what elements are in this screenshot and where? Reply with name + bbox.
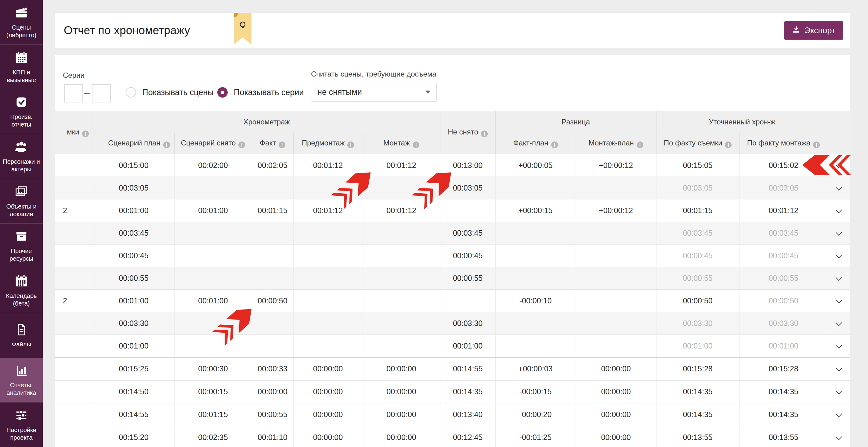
sidebar-item-3[interactable]: Персонажи и актеры (0, 134, 43, 179)
series-range-dash: – (84, 87, 90, 98)
col-header-by-shoot-label: По факту съемки (664, 139, 722, 147)
expand-chevron-icon[interactable] (836, 252, 842, 258)
expand-chevron-icon[interactable] (836, 319, 842, 326)
info-icon[interactable]: i (347, 141, 354, 148)
sidebar-item-1[interactable]: КПП и вызывные (0, 44, 43, 89)
radio-show-series[interactable]: Показывать серии (217, 87, 304, 98)
sidebar-item-5[interactable]: Прочие ресурсы (0, 224, 43, 268)
timing-cell: +00:00:15 (495, 199, 576, 222)
timing-cell: 00:00:55 (739, 267, 828, 290)
expand-chevron-icon[interactable] (836, 297, 842, 303)
expand-chevron-icon[interactable] (836, 207, 842, 213)
export-button[interactable]: Экспорт (784, 21, 843, 40)
timing-cell: +00:00:12 (576, 154, 656, 177)
sidebar-item-9[interactable]: Настройки проекта (0, 402, 43, 447)
timing-cell: +00:00:05 (495, 154, 576, 177)
info-icon[interactable]: i (551, 141, 558, 148)
radio-selected-icon[interactable] (217, 87, 228, 98)
info-icon[interactable]: i (813, 141, 820, 148)
expand-chevron-icon[interactable] (836, 342, 842, 348)
series-from-input[interactable] (64, 84, 83, 102)
timing-cell: 00:01:12 (293, 154, 363, 177)
info-icon[interactable]: i (279, 141, 285, 148)
file-icon (14, 322, 28, 337)
sidebar-item-7[interactable]: Файлы (0, 313, 43, 358)
info-icon[interactable]: i (163, 141, 170, 148)
timing-cell: 00:00:00 (576, 380, 656, 403)
radio-circle-icon[interactable] (126, 87, 136, 98)
timing-cell: 00:00:00 (363, 426, 440, 447)
sidebar-item-label: Персонажи и актеры (1, 158, 42, 173)
sidebar-item-label: Файлы (11, 341, 31, 348)
sidebar-item-0[interactable]: Сцены (либретто) (0, 0, 43, 44)
expand-chevron-icon[interactable] (836, 162, 842, 168)
timing-cell: 00:15:28 (656, 357, 739, 380)
sidebar-item-6[interactable]: Календарь (бета) (0, 268, 43, 313)
timing-cell (363, 312, 440, 335)
radio-show-scenes[interactable]: Показывать сцены (126, 87, 214, 98)
timing-cell: 00:00:00 (363, 403, 440, 426)
timing-cell (174, 245, 252, 267)
info-icon[interactable]: i (481, 131, 488, 137)
info-icon[interactable]: i (238, 141, 245, 148)
page: Сцены (либретто)КПП и вызывныеПроизв. от… (0, 0, 868, 447)
info-icon[interactable]: i (82, 131, 89, 137)
info-icon[interactable]: i (637, 141, 643, 148)
timing-cell (293, 335, 363, 358)
timing-cell: 00:01:12 (363, 199, 440, 222)
timing-cell: 00:00:45 (656, 245, 739, 267)
shooting-days-cell (55, 154, 93, 177)
expand-chevron-icon[interactable] (836, 388, 842, 394)
timing-cell (495, 335, 576, 358)
timing-cell: 00:00:00 (576, 403, 656, 426)
sidebar-item-label: Прочие ресурсы (1, 247, 42, 263)
timing-cell (174, 267, 252, 290)
hint-bookmark[interactable] (234, 13, 251, 44)
info-icon[interactable]: i (413, 141, 420, 148)
col-header-shooting-days: мкиi (55, 111, 93, 154)
expand-chevron-icon[interactable] (836, 411, 842, 417)
timing-cell (363, 335, 440, 358)
table-row: 200:01:0000:01:0000:01:1500:01:1200:01:1… (55, 199, 850, 222)
radio-show-series-label[interactable]: Показывать серии (234, 88, 304, 97)
timing-cell: 00:14:35 (656, 380, 739, 403)
timing-cell: 00:15:05 (656, 154, 739, 177)
shooting-days-cell (55, 380, 93, 403)
count-scenes-select[interactable]: не снятыми (311, 82, 437, 102)
timing-cell: 00:15:28 (739, 357, 828, 380)
radio-show-scenes-label[interactable]: Показывать сцены (142, 88, 214, 97)
timing-cell: 00:00:00 (576, 357, 656, 380)
expand-chevron-icon[interactable] (836, 274, 842, 281)
timing-cell: 00:13:40 (440, 403, 495, 426)
shooting-days-cell (55, 335, 93, 358)
timing-cell: 00:00:45 (440, 245, 495, 267)
timing-cell: 00:02:05 (252, 154, 293, 177)
timing-cell: 00:01:00 (440, 335, 495, 358)
sidebar-item-8[interactable]: Отчеты, аналитика (0, 358, 43, 403)
sidebar-item-2[interactable]: Произв. отчеты (0, 89, 43, 134)
sidebar-item-label: Произв. отчеты (1, 113, 42, 128)
expand-chevron-icon[interactable] (836, 434, 842, 440)
expand-chevron-icon[interactable] (836, 365, 842, 371)
info-icon[interactable]: i (725, 141, 732, 148)
col-header-pre-edit: Предмонтажi (293, 133, 363, 154)
sidebar-item-4[interactable]: Объекты и локации (0, 179, 43, 224)
timing-cell (252, 267, 293, 290)
series-to-input[interactable] (92, 84, 111, 102)
timing-cell: 00:03:45 (656, 222, 739, 245)
timing-cell: 00:00:50 (252, 290, 293, 312)
box-icon (14, 229, 28, 244)
page-title: Отчет по хронометражу (64, 24, 190, 37)
timing-cell (174, 177, 252, 199)
download-icon (792, 25, 800, 36)
timing-cell: 00:01:00 (739, 335, 828, 358)
expand-chevron-icon[interactable] (836, 229, 842, 236)
timing-cell: -00:00:10 (495, 290, 576, 312)
clapperboard-icon (14, 5, 28, 20)
timing-cell: 00:12:45 (440, 426, 495, 447)
timing-cell: 00:03:30 (93, 312, 174, 335)
timing-cell (576, 222, 656, 245)
timing-cell (252, 177, 293, 199)
expand-chevron-icon[interactable] (836, 184, 842, 191)
col-header-edit: Монтажi (363, 133, 440, 154)
